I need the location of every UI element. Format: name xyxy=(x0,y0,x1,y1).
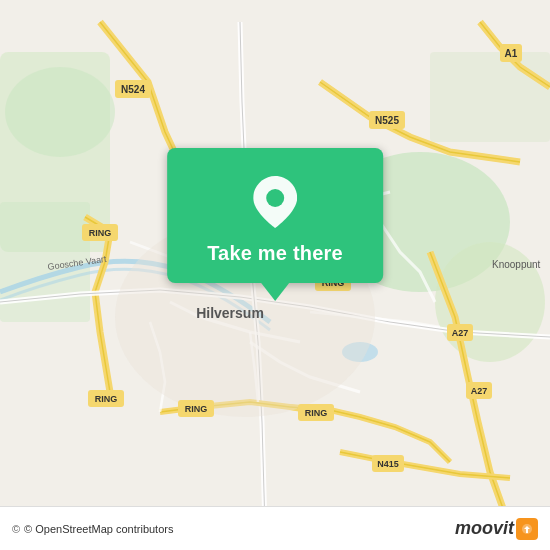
svg-text:RING: RING xyxy=(185,404,208,414)
moovit-text: moovit xyxy=(455,518,514,539)
popup-triangle xyxy=(261,283,289,301)
copyright-symbol: © xyxy=(12,523,20,535)
popup-card[interactable]: Take me there xyxy=(167,148,383,283)
take-me-there-button[interactable]: Take me there xyxy=(207,242,343,265)
location-pin-icon xyxy=(253,176,297,232)
svg-text:RING: RING xyxy=(305,408,328,418)
moovit-logo: moovit xyxy=(455,518,538,540)
svg-text:N415: N415 xyxy=(377,459,399,469)
svg-text:A27: A27 xyxy=(471,386,488,396)
moovit-icon xyxy=(516,518,538,540)
svg-text:RING: RING xyxy=(95,394,118,404)
svg-text:A1: A1 xyxy=(505,48,518,59)
bottom-left: © © OpenStreetMap contributors xyxy=(12,523,173,535)
svg-point-34 xyxy=(266,189,284,207)
svg-rect-6 xyxy=(430,52,550,142)
svg-point-5 xyxy=(5,67,115,157)
take-me-there-popup: Take me there xyxy=(167,148,383,301)
bottom-right: moovit xyxy=(455,518,538,540)
bottom-bar: © © OpenStreetMap contributors moovit xyxy=(0,506,550,550)
svg-text:N525: N525 xyxy=(375,115,399,126)
svg-text:RING: RING xyxy=(89,228,112,238)
osm-attribution: © OpenStreetMap contributors xyxy=(24,523,173,535)
svg-text:Hilversum: Hilversum xyxy=(196,305,264,321)
svg-text:N524: N524 xyxy=(121,84,145,95)
svg-text:A27: A27 xyxy=(452,328,469,338)
map-container: N524 N525 A1 RING RING A27 A27 RING RING… xyxy=(0,0,550,550)
svg-text:Knooppunt: Knooppunt xyxy=(492,259,541,270)
